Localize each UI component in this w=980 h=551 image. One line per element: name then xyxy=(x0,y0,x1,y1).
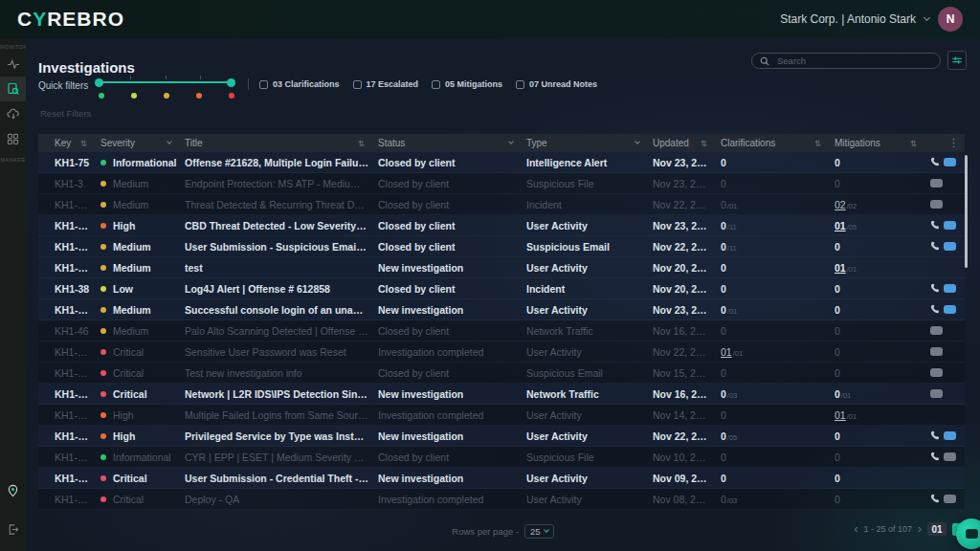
table-row[interactable]: KH1-148 Informational CYR | EPP | ESET |… xyxy=(38,447,965,468)
severity-dot[interactable] xyxy=(164,93,169,99)
page-number-input[interactable]: 01 xyxy=(927,522,947,536)
rows-per-page-select[interactable]: 25 xyxy=(524,524,554,539)
table-row[interactable]: KH1-3 Medium Endpoint Protection: MS ATP… xyxy=(38,173,965,194)
table-row[interactable]: KH1-133 High Privileged Service by Type … xyxy=(38,426,965,447)
column-header-mitigations[interactable]: Mitigations⇅ xyxy=(835,138,930,148)
sidebar-item-apps[interactable] xyxy=(0,126,26,151)
phone-icon[interactable] xyxy=(930,283,941,294)
table-row[interactable]: KH1-191 High Multiple Failed Logins from… xyxy=(38,405,965,426)
table-row[interactable]: KH1-144 Critical Deploy - QA Investigati… xyxy=(38,489,965,510)
sidebar-item-cloud[interactable] xyxy=(0,101,26,126)
cell-title: Offense #21628, Multiple Login Failures … xyxy=(185,157,378,168)
app-logo[interactable]: CYREBRO xyxy=(17,8,124,31)
avatar[interactable]: N xyxy=(938,7,963,32)
table-row[interactable]: KH1-165 Medium Threat Detected & Recurri… xyxy=(38,194,965,215)
sidebar-item-logout[interactable] xyxy=(0,517,26,541)
count-value: 0 xyxy=(721,452,726,463)
column-header-severity[interactable]: Severity xyxy=(100,138,185,148)
slider-handle-min[interactable] xyxy=(95,78,103,87)
count-value[interactable]: 02 xyxy=(835,199,846,210)
count-value[interactable]: 01 xyxy=(721,346,732,358)
table-row[interactable]: KH1-198 Medium Successful console login … xyxy=(38,299,965,320)
table-row[interactable]: KH1-75 Informational Offense #21628, Mul… xyxy=(38,152,965,173)
severity-label: Medium xyxy=(113,325,148,337)
severity-label: High xyxy=(113,430,135,442)
slider-tick xyxy=(200,76,201,79)
table-row[interactable]: KH1-102 Critical Test new investigation … xyxy=(38,363,965,384)
cell-type: User Activity xyxy=(526,494,653,505)
count-value[interactable]: 01 xyxy=(835,220,846,231)
column-label: Type xyxy=(526,138,547,148)
phone-icon[interactable] xyxy=(930,430,941,441)
phone-icon[interactable] xyxy=(930,157,941,167)
table-row[interactable]: KH1-188 Critical Sensitive User Password… xyxy=(38,342,965,363)
cell-actions xyxy=(930,179,965,187)
sidebar-item-geo[interactable] xyxy=(0,478,26,503)
chat-icon[interactable] xyxy=(930,200,943,209)
count-suffix: /03 xyxy=(727,391,737,400)
table-row[interactable]: KH1-173 Critical User Submission - Crede… xyxy=(38,468,965,489)
slider-handle-max[interactable] xyxy=(227,78,235,87)
support-chat-fab[interactable] xyxy=(956,518,980,549)
chat-icon[interactable] xyxy=(930,389,943,398)
filter-checkbox[interactable]: 05 Mitigations xyxy=(432,79,502,89)
severity-dot[interactable] xyxy=(99,93,104,99)
severity-dot[interactable] xyxy=(131,93,137,99)
column-header-title[interactable]: Title⇅ xyxy=(185,138,378,148)
account-menu[interactable]: Stark Corp. | Antonio Stark N xyxy=(780,7,963,32)
chat-icon[interactable] xyxy=(930,326,943,335)
prev-page-button[interactable]: ‹ xyxy=(854,523,858,535)
table-row[interactable]: KH1-200 Medium test New investigation Us… xyxy=(38,257,965,278)
count-value[interactable]: 01 xyxy=(835,262,846,274)
table-options-kebab-icon[interactable]: ⋮ xyxy=(930,137,965,149)
chat-icon[interactable] xyxy=(944,221,956,230)
phone-icon[interactable] xyxy=(930,304,941,315)
count-suffix: /01 xyxy=(847,265,857,274)
column-header-status[interactable]: Status xyxy=(378,138,526,148)
advanced-filter-button[interactable] xyxy=(947,51,967,70)
table-row[interactable]: KH1-46 Medium Palo Alto Scanning Detecte… xyxy=(38,320,965,342)
sidebar-item-activity[interactable] xyxy=(0,52,26,77)
column-header-type[interactable]: Type xyxy=(526,138,653,148)
severity-range-slider[interactable] xyxy=(96,75,234,90)
topbar: CYREBRO Stark Corp. | Antonio Stark N xyxy=(0,0,980,38)
chat-icon[interactable] xyxy=(930,347,943,356)
severity-dot[interactable] xyxy=(196,93,202,99)
count-value: 0 xyxy=(835,325,840,337)
severity-dot xyxy=(100,181,106,187)
severity-dots xyxy=(99,93,234,99)
severity-dot[interactable] xyxy=(229,93,234,99)
table-row[interactable]: KH1-103 Medium User Submission - Suspici… xyxy=(38,236,965,257)
column-header-clarifications[interactable]: Clarifications⇅ xyxy=(721,138,835,148)
column-header-updated[interactable]: Updated⇅ xyxy=(653,138,721,148)
chat-icon[interactable] xyxy=(930,179,943,187)
chat-icon[interactable] xyxy=(944,158,956,166)
column-header-key[interactable]: Key⇅ xyxy=(55,138,100,148)
phone-icon[interactable] xyxy=(930,241,941,252)
sidebar-item-investigations[interactable] xyxy=(0,77,26,101)
count-value: 0 xyxy=(721,283,726,295)
chat-icon[interactable] xyxy=(930,368,943,377)
search-input[interactable] xyxy=(775,55,932,67)
phone-icon[interactable] xyxy=(930,220,941,231)
count-value: 0 xyxy=(835,452,840,463)
chat-icon[interactable] xyxy=(944,495,956,503)
count-value[interactable]: 01 xyxy=(835,409,846,421)
filter-checkbox[interactable]: 07 Unread Notes xyxy=(516,79,597,89)
table-scrollbar[interactable] xyxy=(965,155,968,268)
chat-icon[interactable] xyxy=(944,242,956,251)
filter-checkbox[interactable]: 17 Escalated xyxy=(353,79,419,89)
phone-icon[interactable] xyxy=(930,452,941,462)
chat-icon[interactable] xyxy=(944,452,956,461)
chat-icon[interactable] xyxy=(944,305,956,314)
chat-icon[interactable] xyxy=(944,284,956,293)
table-row[interactable]: KH1-179 Critical Network | L2R IDS\IPS D… xyxy=(38,384,965,405)
phone-icon[interactable] xyxy=(930,494,941,504)
filter-checkbox[interactable]: 03 Clarifications xyxy=(259,79,340,89)
table-row[interactable]: KH1-38 Low Log4J Alert | Offense # 61285… xyxy=(38,278,965,299)
table-row[interactable]: KH1-150 High CBD Threat Detected - Low S… xyxy=(38,215,965,236)
severity-label: High xyxy=(113,409,134,421)
next-page-button[interactable]: › xyxy=(918,523,922,535)
chat-icon[interactable] xyxy=(944,431,956,440)
reset-filters-button[interactable]: Reset Filters xyxy=(40,108,91,119)
